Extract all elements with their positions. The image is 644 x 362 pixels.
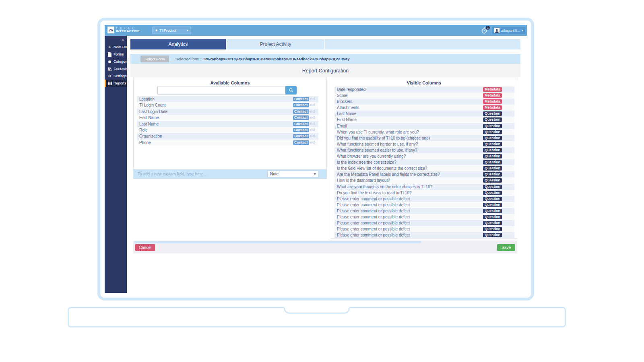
sidebar-item-forms[interactable]: Forms	[105, 51, 127, 58]
product-selector-dropdown[interactable]: ★ TI Product ▾	[152, 27, 191, 34]
column-label: Attachments	[337, 105, 359, 110]
sidebar-item-label: Contacts	[114, 67, 128, 71]
column-type-badge: Question	[483, 117, 502, 122]
sidebar-item-reports[interactable]: Reports	[105, 80, 127, 87]
column-label: What functions seemed easier to use, if …	[337, 148, 417, 152]
contact-field-badge: Contact Field	[293, 122, 315, 126]
visible-column-row[interactable]: Please enter comment or possible defectQ…	[334, 208, 514, 214]
visible-column-row[interactable]: Please enter comment or possible defectQ…	[334, 196, 514, 202]
contact-field-badge: Contact Field	[293, 103, 315, 107]
column-label: TI Login Count	[139, 103, 166, 107]
visible-column-row[interactable]: First NameQuestion	[334, 117, 514, 123]
column-type-badge: Question	[483, 124, 502, 128]
visible-column-row[interactable]: ScoreMetadata	[334, 93, 514, 99]
column-label: How is the dashboard layout?	[337, 178, 390, 183]
contact-field-badge-text: Contact Fi	[293, 97, 309, 101]
visible-column-row[interactable]: Date respondedMetadata	[334, 86, 514, 93]
grid-icon	[107, 82, 112, 85]
contact-field-badge-text: Contact Fi	[293, 109, 309, 114]
visible-column-row[interactable]: BlockersMetadata	[334, 99, 514, 105]
sidebar-collapse-icon[interactable]: «	[122, 37, 124, 42]
tab-project-activity[interactable]: Project Activity	[227, 39, 325, 49]
sidebar-item-contacts[interactable]: Contacts	[105, 65, 127, 72]
visible-column-row[interactable]: Is the Index tree the correct size?Quest…	[334, 159, 514, 165]
column-type-badge: Question	[483, 185, 502, 189]
column-type-badge: Metadata	[483, 105, 502, 110]
available-column-row[interactable]: Last NameContact Field	[137, 121, 318, 127]
user-menu[interactable]: athapar@t... ▾	[492, 27, 525, 34]
column-type-badge: Question	[483, 221, 502, 225]
column-type-badge: Question	[483, 142, 502, 146]
available-column-row[interactable]: RoleContact Field	[137, 127, 318, 133]
save-button[interactable]: Save	[497, 244, 515, 251]
column-search-input[interactable]	[157, 86, 285, 95]
chevron-down-icon: ▾	[187, 29, 188, 32]
visible-column-row[interactable]: Did you find the usability of TI 10 to b…	[334, 135, 514, 141]
column-type-badge: Question	[483, 172, 502, 177]
contact-field-badge-overflow: eld	[310, 121, 315, 127]
column-label: Please enter comment or possible defect	[337, 233, 410, 237]
sidebar-item-label: Reports	[114, 81, 126, 85]
column-label: Please enter comment or possible defect	[337, 221, 410, 225]
tab-analytics[interactable]: Analytics	[130, 39, 227, 49]
available-column-row[interactable]: PhoneContact Field	[137, 140, 318, 146]
visible-column-row[interactable]: How is the dashboard layout?Question	[334, 177, 514, 183]
sidebar-item-label: New Form	[114, 45, 130, 49]
visible-column-row[interactable]: Please enter comment or possible defectQ…	[334, 202, 514, 208]
column-label: Please enter comment or possible defect	[337, 227, 410, 231]
logo-line1: T R I A L	[116, 27, 140, 29]
sidebar-item-settings[interactable]: ⚙ Settings	[105, 72, 127, 80]
visible-column-row[interactable]: What functions seemed easier to use, if …	[334, 147, 514, 153]
available-column-row[interactable]: First NameContact Field	[137, 115, 318, 121]
visible-column-row[interactable]: Please enter comment or possible defectQ…	[334, 214, 514, 220]
timer-button[interactable]: 1	[481, 27, 488, 34]
column-label: Did you find the usability of TI 10 to b…	[337, 136, 430, 140]
page-title: Report Configuration	[302, 68, 349, 74]
cancel-button[interactable]: Cancel	[135, 244, 155, 251]
contact-field-badge: Contact Field	[293, 115, 315, 120]
search-button[interactable]	[285, 86, 297, 95]
visible-column-row[interactable]: AttachmentsMetadata	[334, 105, 514, 111]
sidebar-item-label: Forms	[114, 52, 124, 56]
column-type-badge: Metadata	[483, 87, 502, 92]
tab-bar: Analytics Project Activity	[130, 39, 520, 49]
available-columns-title: Available Columns	[134, 80, 326, 85]
column-type-badge: Question	[483, 227, 502, 231]
visible-column-row[interactable]: What are your thoughts on the color choi…	[334, 184, 514, 190]
contact-field-badge-text: Contact Fi	[293, 103, 309, 107]
column-label: Do you find the text easy to read in TI …	[337, 191, 411, 195]
sidebar-item-categories[interactable]: ● Categories	[105, 58, 127, 65]
field-type-dropdown[interactable]: Note ▼	[267, 171, 318, 177]
visible-column-row[interactable]: Please enter comment or possible defectQ…	[334, 220, 514, 226]
footer-accent-strip	[134, 241, 421, 243]
contact-field-badge-text: Contact Fi	[293, 134, 309, 138]
visible-column-row[interactable]: Is the Grid View list of documents the c…	[334, 165, 514, 171]
visible-column-row[interactable]: When you use TI currently, what role are…	[334, 129, 514, 135]
column-type-badge: Question	[483, 233, 502, 237]
select-form-button[interactable]: Select Form	[140, 56, 169, 62]
add-custom-field-input[interactable]	[137, 171, 258, 177]
column-label: Location	[139, 97, 155, 101]
visible-column-row[interactable]: Last NameQuestion	[334, 111, 514, 117]
column-label: Email	[337, 124, 347, 128]
contact-field-badge-overflow: eld	[310, 133, 315, 139]
column-label: Score	[337, 93, 347, 98]
visible-column-row[interactable]: Are the Metadata Panel labels and fields…	[334, 171, 514, 177]
visible-column-row[interactable]: Do you find the text easy to read in TI …	[334, 190, 514, 196]
column-label: Please enter comment or possible defect	[337, 203, 410, 207]
contact-field-badge-overflow: eld	[310, 109, 315, 115]
column-label: Role	[139, 128, 148, 132]
visible-column-row[interactable]: What functions seemed harder to use, if …	[334, 141, 514, 147]
available-column-row[interactable]: Last Login DateContact Field	[137, 109, 318, 115]
sidebar-item-new-form[interactable]: + New Form	[105, 43, 127, 51]
visible-column-row[interactable]: EmailQuestion	[334, 123, 514, 129]
visible-column-row[interactable]: What browser are you currently using?Que…	[334, 153, 514, 159]
available-column-row[interactable]: LocationContact Field	[137, 96, 318, 102]
selected-form-label: Selected form :	[175, 57, 201, 61]
available-column-row[interactable]: OrganizationContact Field	[137, 133, 318, 139]
gear-icon: ⚙	[107, 74, 112, 78]
visible-column-row[interactable]: Please enter comment or possible defectQ…	[334, 232, 514, 238]
available-column-row[interactable]: TI Login CountContact Field	[137, 102, 318, 108]
column-type-badge: Question	[483, 148, 502, 152]
visible-column-row[interactable]: Please enter comment or possible defectQ…	[334, 226, 514, 232]
